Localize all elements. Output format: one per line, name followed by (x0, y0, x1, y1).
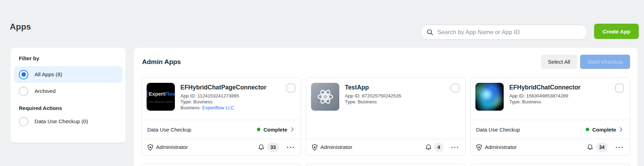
more-options-icon[interactable] (451, 147, 459, 148)
section-title: Admin Apps (142, 58, 541, 66)
apps-dashboard: Apps Create App Filter by All Apps (8) A… (0, 0, 644, 166)
app-title: TestApp (345, 84, 445, 91)
app-card-header: ExpertFlow your callcenter experts EFHyb… (142, 78, 301, 120)
status-dot-icon (586, 128, 589, 131)
chevron-right-icon (289, 126, 295, 133)
app-type: Type: Business (509, 99, 609, 105)
admin-badge-icon (147, 144, 154, 151)
app-card-footer: Administrator 34 (471, 139, 630, 155)
checkup-status: Complete (592, 127, 616, 133)
atom-icon (315, 87, 335, 107)
app-type: Type: Business (345, 99, 445, 105)
app-logo (311, 83, 339, 111)
app-logo (475, 83, 504, 111)
app-card-cutoff (470, 164, 630, 166)
app-select-checkbox[interactable] (451, 84, 460, 93)
app-business: Business: Expertflow LLC (180, 105, 281, 111)
app-card: EFHybridChatConnector App ID: 1563049853… (470, 77, 630, 156)
filter-label: All Apps (8) (35, 71, 62, 78)
admin-apps-panel: Admin Apps Select All Start checkup Expe… (134, 48, 638, 166)
burst-logo (475, 83, 504, 111)
app-card: ExpertFlow your callcenter experts EFHyb… (141, 77, 301, 156)
filter-label: Archived (35, 88, 55, 94)
select-all-button[interactable]: Select All (541, 55, 577, 69)
app-info: EFHybridChatConnector App ID: 1563049853… (509, 83, 609, 105)
admin-badge-icon (311, 144, 318, 151)
role-label: Administrator (485, 144, 586, 150)
admin-apps-header: Admin Apps Select All Start checkup (134, 48, 638, 69)
page-title: Apps (10, 22, 31, 32)
admin-badge-icon (475, 144, 483, 151)
notifications-bell-icon[interactable] (258, 144, 265, 151)
app-info: EFHybridChatPageConnector App ID: 112415… (180, 83, 281, 111)
filter-all-apps[interactable]: All Apps (8) (14, 66, 122, 83)
app-card-header: TestApp App ID: 872025750242535 Type: Bu… (306, 78, 465, 139)
business-link[interactable]: Expertflow LLC (202, 105, 234, 110)
app-select-checkbox[interactable] (286, 84, 295, 93)
notification-count-badge: 33 (267, 143, 279, 152)
radio-button-icon[interactable] (19, 117, 28, 126)
app-id: App ID: 1124153241273895 (180, 93, 281, 99)
radio-button-icon[interactable] (19, 87, 28, 96)
filter-archived[interactable]: Archived (14, 83, 122, 100)
filter-heading: Filter by (19, 55, 117, 61)
app-card: TestApp App ID: 872025750242535 Type: Bu… (306, 77, 466, 156)
logo-dots-icon (147, 91, 148, 97)
app-card-header: EFHybridChatConnector App ID: 1563049853… (471, 78, 630, 120)
search-icon (427, 29, 434, 36)
notification-count-badge: 34 (596, 143, 608, 152)
required-actions-heading: Required Actions (19, 105, 117, 111)
checkup-label: Data Use Checkup (476, 127, 586, 133)
app-card-cutoff (306, 164, 466, 166)
filter-label: Data Use Checkup (0) (35, 118, 88, 125)
app-card-footer: Administrator 4 (306, 139, 465, 155)
more-options-icon[interactable] (615, 147, 623, 148)
data-use-checkup-row[interactable]: Data Use Checkup Complete (142, 120, 301, 139)
app-logo: ExpertFlow your callcenter experts (147, 83, 175, 111)
app-select-checkbox[interactable] (615, 84, 624, 93)
more-options-icon[interactable] (286, 147, 295, 148)
app-card-grid: ExpertFlow your callcenter experts EFHyb… (141, 77, 630, 166)
app-type: Type: Business (180, 99, 281, 105)
checkup-label: Data Use Checkup (147, 127, 257, 133)
create-app-button[interactable]: Create App (594, 24, 639, 39)
notification-count-badge: 4 (434, 143, 443, 152)
app-search-box[interactable] (421, 25, 587, 40)
app-title: EFHybridChatConnector (509, 84, 609, 91)
status-dot-icon (257, 128, 260, 131)
start-checkup-button-disabled[interactable]: Start checkup (580, 55, 630, 69)
notifications-bell-icon[interactable] (586, 144, 594, 151)
expertflow-logo: ExpertFlow your callcenter experts (147, 91, 175, 103)
app-info: TestApp App ID: 872025750242535 Type: Bu… (345, 83, 445, 105)
app-card-cutoff (141, 164, 301, 166)
data-use-checkup-row[interactable]: Data Use Checkup Complete (471, 120, 630, 139)
filter-sidebar: Filter by All Apps (8) Archived Required… (10, 48, 126, 143)
app-id: App ID: 1563049853874289 (509, 93, 609, 99)
checkup-status: Complete (264, 127, 287, 133)
app-title: EFHybridChatPageConnector (180, 84, 281, 91)
chevron-right-icon (618, 126, 624, 133)
search-input[interactable] (437, 29, 582, 36)
role-label: Administrator (320, 144, 425, 150)
app-id: App ID: 872025750242535 (345, 93, 445, 99)
app-card-footer: Administrator 33 (142, 139, 301, 155)
notifications-bell-icon[interactable] (425, 144, 432, 151)
filter-data-use-checkup[interactable]: Data Use Checkup (0) (14, 113, 122, 130)
role-label: Administrator (156, 144, 258, 150)
radio-button-selected-icon[interactable] (19, 70, 28, 79)
